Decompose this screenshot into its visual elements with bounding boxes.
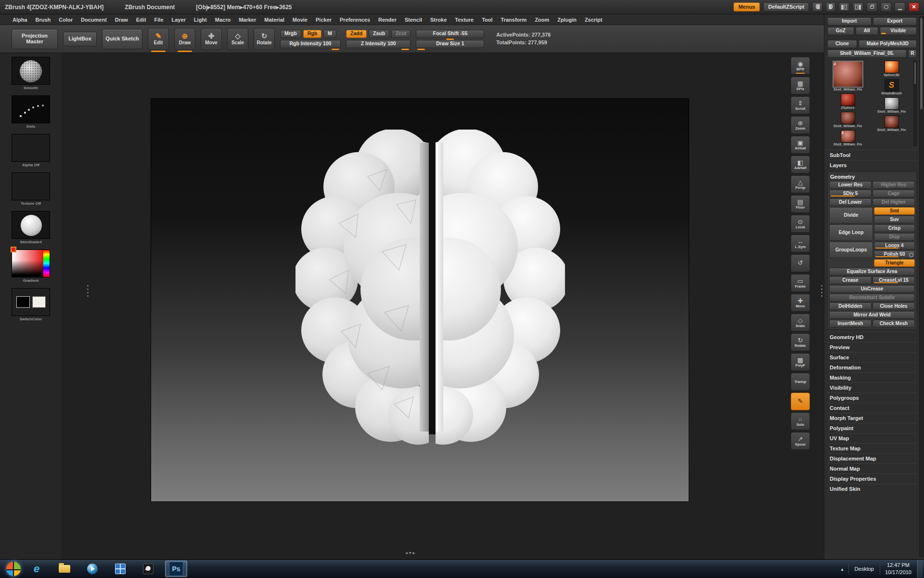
bpr-button[interactable]: ◉BPR bbox=[791, 57, 810, 75]
menu-edit[interactable]: Edit bbox=[136, 17, 146, 23]
divider-left-icon[interactable] bbox=[839, 2, 849, 12]
menu-texture[interactable]: Texture bbox=[455, 17, 474, 23]
current-material[interactable]: SkinShade4 bbox=[7, 211, 55, 244]
section-displacement-map[interactable]: Displacement Map bbox=[827, 453, 917, 463]
current-alpha[interactable]: Alpha Off bbox=[7, 134, 55, 167]
taskbar-windows-explorer[interactable] bbox=[53, 561, 76, 577]
del-lower-button[interactable]: Del Lower bbox=[829, 198, 872, 206]
rotate-button[interactable]: ↻ Rotate bbox=[254, 28, 275, 50]
draw-size-slider[interactable]: Draw Size 1 bbox=[416, 40, 484, 48]
menu-picker[interactable]: Picker bbox=[316, 17, 332, 23]
quick-pick-simplebrush[interactable]: S SimpleBrush bbox=[871, 79, 912, 95]
groups-loops-button[interactable]: GroupsLoops bbox=[829, 242, 873, 258]
rgb-button[interactable]: Rgb bbox=[303, 30, 321, 38]
taskbar-photoshop[interactable]: Ps bbox=[165, 561, 187, 577]
persp-button[interactable]: △Persp bbox=[791, 175, 810, 193]
section-polypaint[interactable]: Polypaint bbox=[827, 423, 917, 433]
taskbar-zbrush[interactable] bbox=[137, 561, 159, 577]
polish-slider[interactable]: Polish 50 bbox=[874, 250, 915, 258]
tray-expand-icon[interactable]: ▴ bbox=[841, 566, 844, 572]
secondary-color-swatch[interactable] bbox=[32, 296, 46, 308]
section-visibility[interactable]: Visibility bbox=[827, 382, 917, 393]
sdiv-slider[interactable]: SDiv 5 bbox=[829, 190, 872, 197]
quick-sketch-button[interactable]: Quick Sketch bbox=[102, 29, 142, 49]
section-texture-map[interactable]: Texture Map bbox=[827, 443, 917, 453]
section-display-properties[interactable]: Display Properties bbox=[827, 473, 917, 484]
close-holes-button[interactable]: Close Holes bbox=[873, 302, 915, 310]
quick-pick-zsphere[interactable]: ZSphere bbox=[827, 93, 868, 109]
rotate-3d-button[interactable]: ↻Rotate bbox=[791, 333, 810, 351]
menu-movie[interactable]: Movie bbox=[293, 17, 308, 23]
menu-marker[interactable]: Marker bbox=[239, 17, 256, 23]
taskbar-app-grid[interactable] bbox=[109, 561, 131, 577]
solo-button[interactable]: ○Solo bbox=[791, 412, 810, 430]
move-view-button[interactable]: ✚Move bbox=[791, 294, 810, 312]
section-deformation[interactable]: Deformation bbox=[827, 362, 917, 372]
zadd-button[interactable]: Zadd bbox=[346, 30, 367, 38]
make-polymesh3d-button[interactable]: Make PolyMesh3D bbox=[859, 40, 917, 48]
clock[interactable]: 12:47 PM 10/17/2010 bbox=[880, 562, 916, 576]
menu-macro[interactable]: Macro bbox=[215, 17, 231, 23]
menu-zscript[interactable]: Zscript bbox=[585, 17, 603, 23]
move-button[interactable]: ✚ Move bbox=[201, 28, 222, 50]
section-polygroups[interactable]: Polygroups bbox=[827, 393, 917, 403]
section-unified-skin[interactable]: Unified Skin bbox=[827, 484, 917, 494]
menu-render[interactable]: Render bbox=[378, 17, 397, 23]
color-picker[interactable]: Gradient bbox=[7, 250, 55, 283]
section-morph-target[interactable]: Morph Target bbox=[827, 413, 917, 423]
visible-button[interactable]: Visible bbox=[880, 27, 917, 35]
menu-brush[interactable]: Brush bbox=[36, 17, 51, 23]
draw-button[interactable]: ⊕ Draw bbox=[174, 28, 195, 50]
zcut-button[interactable]: Zcut bbox=[391, 30, 411, 38]
zoom-button[interactable]: ⊕Zoom bbox=[791, 116, 810, 134]
menu-zplugin[interactable]: Zplugin bbox=[557, 17, 577, 23]
taskbar-internet-explorer[interactable]: e bbox=[26, 561, 48, 577]
switch-color[interactable]: SwitchColor bbox=[7, 288, 55, 321]
lower-res-button[interactable]: Lower Res bbox=[829, 181, 872, 189]
mirror-and-weld-button[interactable]: Mirror And Weld bbox=[829, 311, 915, 319]
window-toggle-icon[interactable] bbox=[881, 2, 891, 12]
menu-alpha[interactable]: Alpha bbox=[13, 17, 27, 23]
left-tray-button[interactable]: ⟨||| bbox=[812, 2, 822, 12]
triangle-toggle[interactable]: Triangle bbox=[874, 259, 915, 267]
divide-button[interactable]: Divide bbox=[829, 207, 873, 223]
minimize-icon[interactable]: ▁ bbox=[895, 2, 905, 12]
m-button[interactable]: M bbox=[323, 30, 336, 38]
geometry-section-header[interactable]: Geometry bbox=[829, 173, 915, 181]
layers-section[interactable]: Layers bbox=[827, 160, 917, 170]
crisp-toggle[interactable]: Crisp bbox=[874, 224, 915, 232]
section-masking[interactable]: Masking bbox=[827, 372, 917, 382]
del-hidden-button[interactable]: DelHidden bbox=[829, 302, 872, 310]
tool-grid-scrollbar[interactable] bbox=[913, 61, 917, 146]
export-button[interactable]: Export bbox=[873, 17, 917, 26]
divider-right-icon[interactable] bbox=[853, 2, 863, 12]
document-canvas[interactable] bbox=[151, 98, 689, 502]
menu-color[interactable]: Color bbox=[59, 17, 73, 23]
scroll-button[interactable]: ⇕Scroll bbox=[791, 96, 810, 114]
mrgb-button[interactable]: Mrgb bbox=[280, 30, 301, 38]
uncrease-button[interactable]: UnCrease bbox=[829, 285, 915, 293]
rgb-intensity-slider[interactable]: Rgb Intensity 100 bbox=[280, 40, 341, 48]
right-tray-button[interactable]: |||⟩ bbox=[826, 2, 835, 12]
floor-button[interactable]: ▤Floor bbox=[791, 195, 810, 213]
scale-view-button[interactable]: ◇Scale bbox=[791, 314, 810, 331]
lsym-button[interactable]: ↔L.Sym bbox=[791, 235, 810, 252]
quick-pick-sphere3d[interactable]: Sphere3D bbox=[871, 61, 912, 77]
menu-material[interactable]: Material bbox=[264, 17, 284, 23]
left-divider-handle[interactable] bbox=[87, 284, 89, 298]
section-uv-map[interactable]: UV Map bbox=[827, 433, 917, 443]
section-normal-map[interactable]: Normal Map bbox=[827, 463, 917, 473]
projection-master-button[interactable]: Projection Master bbox=[12, 29, 58, 49]
section-preview[interactable]: Preview bbox=[827, 342, 917, 352]
menu-document[interactable]: Document bbox=[81, 17, 107, 23]
quick-pick-shell-4[interactable]: Shell_William_Fin bbox=[827, 112, 868, 128]
show-desktop-button[interactable] bbox=[917, 560, 923, 578]
edge-loop-button[interactable]: Edge Loop bbox=[829, 224, 873, 241]
menu-zoom[interactable]: Zoom bbox=[535, 17, 549, 23]
menu-tool[interactable]: Tool bbox=[482, 17, 492, 23]
menus-button[interactable]: Menus bbox=[733, 2, 760, 12]
cage-button[interactable]: Cage bbox=[873, 190, 915, 197]
menu-file[interactable]: File bbox=[154, 17, 164, 23]
transp-button[interactable]: Transp bbox=[791, 373, 810, 391]
current-stroke[interactable]: Dots bbox=[7, 95, 55, 129]
